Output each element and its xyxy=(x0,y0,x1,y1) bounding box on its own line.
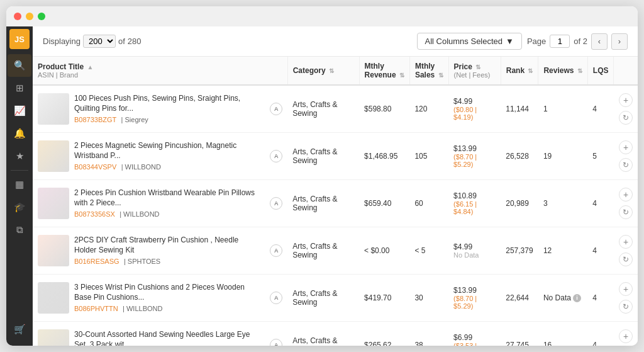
sales-cell: 30 xyxy=(409,275,448,322)
product-asin[interactable]: B086PHVTTN xyxy=(74,305,118,312)
add-button[interactable]: + xyxy=(619,329,633,343)
sidebar-icon-layers[interactable]: ⧉ xyxy=(8,219,31,241)
sidebar: JS 🔍 ⊞ 📈 🔔 ★ ▦ 🎓 ⧉ 🛒 xyxy=(6,26,33,346)
amazon-icon[interactable]: A xyxy=(270,150,282,162)
col-product[interactable]: Product Title ▲ ASIN | Brand xyxy=(33,57,287,85)
product-title: 2 Pieces Magnetic Sewing Pincushion, Mag… xyxy=(74,141,262,161)
prev-page-button[interactable]: ‹ xyxy=(591,33,608,50)
col-reviews[interactable]: Reviews ⇅ xyxy=(538,57,587,85)
product-asin[interactable]: B0873356SX xyxy=(74,210,115,218)
sidebar-icon-grid[interactable]: ⊞ xyxy=(8,77,31,99)
maximize-dot[interactable] xyxy=(38,13,45,20)
product-title: 100 Pieces Push Pins, Sewing Pins, Sraig… xyxy=(74,94,262,113)
table-container: Product Title ▲ ASIN | Brand Category ⇅ … xyxy=(33,57,638,346)
category-cell: Arts, Crafts & Sewing xyxy=(287,275,359,322)
product-cell: 2 Pieces Pin Cushion Wristband Wearable … xyxy=(33,180,287,227)
add-button[interactable]: + xyxy=(619,235,633,249)
reviews-cell: 19 xyxy=(538,133,587,180)
displaying-label: Displaying 200 100 50 of 280 xyxy=(43,35,142,48)
table-header-row: Product Title ▲ ASIN | Brand Category ⇅ … xyxy=(33,57,638,85)
product-meta: B086PHVTTN | WILLBOND xyxy=(74,304,262,313)
refresh-button[interactable]: ↻ xyxy=(619,158,633,172)
add-button[interactable]: + xyxy=(619,188,633,202)
sidebar-logo: JS xyxy=(9,29,30,49)
chevron-down-icon: ▼ xyxy=(506,37,514,46)
col-revenue[interactable]: MthlyRevenue ⇅ xyxy=(359,57,409,85)
minimize-dot[interactable] xyxy=(26,13,33,20)
close-dot[interactable] xyxy=(14,13,21,20)
revenue-cell: $659.40 xyxy=(359,180,409,227)
main-content: Displaying 200 100 50 of 280 All Columns… xyxy=(33,26,638,346)
amazon-icon[interactable]: A xyxy=(270,292,282,304)
col-sales[interactable]: MthlySales ⇅ xyxy=(409,57,448,85)
product-meta: B08733BZGT | Siegrey xyxy=(74,115,262,124)
category-cell: Arts, Crafts & Sewing xyxy=(287,227,359,275)
page-controls: Page of 2 ‹ › xyxy=(527,33,628,50)
product-cell: 30-Count Assorted Hand Sewing Needles La… xyxy=(33,322,287,346)
price-cell: $4.99 ($0.80 | $4.19) xyxy=(448,85,501,133)
lqs-cell: 4 xyxy=(587,180,614,227)
price-main: $4.99 xyxy=(453,97,496,106)
col-lqs[interactable]: LQS xyxy=(587,57,614,85)
price-no-data: No Data xyxy=(453,251,496,259)
category-cell: Arts, Crafts & Sewing xyxy=(287,322,359,346)
col-category[interactable]: Category ⇅ xyxy=(287,57,359,85)
product-cell: 100 Pieces Push Pins, Sewing Pins, Sraig… xyxy=(33,85,287,133)
sidebar-icon-star[interactable]: ★ xyxy=(8,145,31,167)
rank-cell: 22,644 xyxy=(501,275,538,322)
table-row: 2 Pieces Magnetic Sewing Pincushion, Mag… xyxy=(33,133,638,180)
price-main: $6.99 xyxy=(453,333,496,342)
reviews-cell: No Data i xyxy=(538,275,587,322)
category-cell: Arts, Crafts & Sewing xyxy=(287,180,359,227)
sidebar-icon-chart[interactable]: 📈 xyxy=(8,99,31,122)
sales-cell: 60 xyxy=(409,180,448,227)
lqs-cell: 5 xyxy=(587,133,614,180)
product-info: 2PCS DIY Craft Strawberry Pin Cushion , … xyxy=(74,236,262,266)
display-count-select[interactable]: 200 100 50 xyxy=(83,35,116,48)
refresh-button[interactable]: ↻ xyxy=(619,253,633,266)
sidebar-icon-bell[interactable]: 🔔 xyxy=(8,122,31,145)
col-rank[interactable]: Rank ⇅ xyxy=(501,57,538,85)
add-button[interactable]: + xyxy=(619,282,633,296)
product-image xyxy=(38,140,69,172)
product-info: 2 Pieces Pin Cushion Wristband Wearable … xyxy=(74,188,262,219)
refresh-button[interactable]: ↻ xyxy=(619,205,633,219)
add-button[interactable]: + xyxy=(619,140,633,154)
next-page-button[interactable]: › xyxy=(611,33,628,50)
price-cell: $4.99 No Data xyxy=(448,227,501,275)
add-button[interactable]: + xyxy=(619,93,633,107)
product-asin[interactable]: B016RESASG xyxy=(74,258,119,265)
amazon-icon[interactable]: A xyxy=(270,339,282,346)
product-brand: | SPHTOES xyxy=(124,258,160,265)
sidebar-icon-cart[interactable]: 🛒 xyxy=(8,318,31,341)
page-input[interactable] xyxy=(550,35,570,48)
price-fees: ($0.80 | $4.19) xyxy=(453,106,496,121)
columns-selected-button[interactable]: All Columns Selected ▼ xyxy=(417,33,522,50)
sidebar-icon-search[interactable]: 🔍 xyxy=(8,54,31,77)
product-asin[interactable]: B08344VSPV xyxy=(74,163,116,171)
table-row: 2PCS DIY Craft Strawberry Pin Cushion , … xyxy=(33,227,638,275)
top-bar: Displaying 200 100 50 of 280 All Columns… xyxy=(33,26,638,57)
price-cell: $13.99 ($8.70 | $5.29) xyxy=(448,133,501,180)
lqs-cell: 4 xyxy=(587,275,614,322)
amazon-icon[interactable]: A xyxy=(270,244,282,257)
price-main: $13.99 xyxy=(453,286,496,295)
reviews-cell: 16 xyxy=(538,322,587,346)
rank-cell: 27,745 xyxy=(501,322,538,346)
sidebar-icon-bar-chart[interactable]: ▦ xyxy=(8,173,31,196)
amazon-icon[interactable]: A xyxy=(270,103,282,115)
sidebar-icon-graduate[interactable]: 🎓 xyxy=(8,196,31,219)
info-icon[interactable]: i xyxy=(573,294,581,302)
amazon-icon[interactable]: A xyxy=(270,197,282,210)
col-price[interactable]: Price ⇅ (Net | Fees) xyxy=(448,57,501,85)
lqs-cell: 4 xyxy=(587,227,614,275)
product-asin[interactable]: B08733BZGT xyxy=(74,116,116,123)
actions-cell: + ↻ xyxy=(614,275,638,322)
revenue-cell: $419.70 xyxy=(359,275,409,322)
sales-cell: 38 xyxy=(409,322,448,346)
actions-cell: + ↻ xyxy=(614,133,638,180)
product-cell: 2PCS DIY Craft Strawberry Pin Cushion , … xyxy=(33,227,287,275)
refresh-button[interactable]: ↻ xyxy=(619,300,633,314)
refresh-button[interactable]: ↻ xyxy=(619,111,633,125)
app-window: JS 🔍 ⊞ 📈 🔔 ★ ▦ 🎓 ⧉ 🛒 Displaying 200 xyxy=(6,6,638,346)
